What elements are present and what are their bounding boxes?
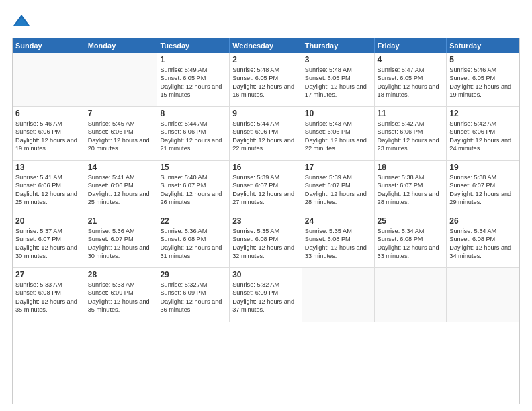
- header: [12, 12, 520, 31]
- day-number: 13: [15, 163, 82, 172]
- day-info: Sunrise: 5:42 AM Sunset: 6:06 PM Dayligh…: [378, 120, 444, 153]
- day-number: 8: [160, 109, 226, 118]
- day-number: 25: [378, 216, 444, 226]
- calendar-cell: 29Sunrise: 5:32 AM Sunset: 6:09 PM Dayli…: [157, 268, 230, 322]
- day-number: 15: [160, 163, 226, 172]
- calendar-cell: 13Sunrise: 5:41 AM Sunset: 6:06 PM Dayli…: [13, 161, 85, 214]
- day-number: 22: [160, 216, 226, 226]
- day-info: Sunrise: 5:38 AM Sunset: 6:07 PM Dayligh…: [378, 173, 444, 207]
- day-number: 1: [160, 55, 226, 64]
- day-info: Sunrise: 5:46 AM Sunset: 6:06 PM Dayligh…: [15, 120, 82, 153]
- day-number: 4: [378, 55, 444, 64]
- weekday-header: Friday: [375, 38, 447, 53]
- calendar-cell: 21Sunrise: 5:36 AM Sunset: 6:07 PM Dayli…: [85, 214, 158, 267]
- day-info: Sunrise: 5:32 AM Sunset: 6:09 PM Dayligh…: [232, 281, 299, 314]
- day-info: Sunrise: 5:34 AM Sunset: 6:08 PM Dayligh…: [378, 227, 444, 261]
- day-number: 6: [15, 109, 82, 118]
- day-number: 3: [305, 55, 371, 64]
- calendar-cell: 28Sunrise: 5:33 AM Sunset: 6:09 PM Dayli…: [85, 268, 158, 322]
- calendar-row: 6Sunrise: 5:46 AM Sunset: 6:06 PM Daylig…: [13, 107, 519, 161]
- calendar-cell: 24Sunrise: 5:35 AM Sunset: 6:08 PM Dayli…: [302, 214, 375, 267]
- day-info: Sunrise: 5:47 AM Sunset: 6:05 PM Dayligh…: [378, 66, 444, 99]
- day-info: Sunrise: 5:38 AM Sunset: 6:07 PM Dayligh…: [449, 173, 517, 207]
- day-number: 5: [449, 55, 517, 64]
- calendar-row: 27Sunrise: 5:33 AM Sunset: 6:08 PM Dayli…: [13, 268, 519, 322]
- weekday-header: Tuesday: [157, 38, 230, 53]
- calendar-cell: 12Sunrise: 5:42 AM Sunset: 6:06 PM Dayli…: [447, 107, 519, 160]
- calendar-cell: 23Sunrise: 5:35 AM Sunset: 6:08 PM Dayli…: [230, 214, 302, 267]
- calendar-cell: 11Sunrise: 5:42 AM Sunset: 6:06 PM Dayli…: [375, 107, 447, 160]
- page: SundayMondayTuesdayWednesdayThursdayFrid…: [0, 0, 532, 411]
- day-info: Sunrise: 5:40 AM Sunset: 6:07 PM Dayligh…: [160, 173, 226, 207]
- day-info: Sunrise: 5:44 AM Sunset: 6:06 PM Dayligh…: [232, 120, 299, 153]
- day-info: Sunrise: 5:33 AM Sunset: 6:09 PM Dayligh…: [88, 281, 154, 314]
- day-number: 20: [15, 216, 82, 226]
- day-info: Sunrise: 5:49 AM Sunset: 6:05 PM Dayligh…: [160, 66, 226, 99]
- day-info: Sunrise: 5:45 AM Sunset: 6:06 PM Dayligh…: [88, 120, 154, 153]
- calendar-cell: 1Sunrise: 5:49 AM Sunset: 6:05 PM Daylig…: [157, 53, 230, 106]
- day-number: 24: [305, 216, 371, 226]
- calendar-cell: [375, 268, 447, 322]
- weekday-header: Sunday: [13, 38, 85, 53]
- calendar-cell: 8Sunrise: 5:44 AM Sunset: 6:06 PM Daylig…: [157, 107, 230, 160]
- calendar-cell: 26Sunrise: 5:34 AM Sunset: 6:08 PM Dayli…: [447, 214, 519, 267]
- calendar-cell: 19Sunrise: 5:38 AM Sunset: 6:07 PM Dayli…: [447, 161, 519, 214]
- logo: [12, 12, 32, 31]
- calendar-cell: 6Sunrise: 5:46 AM Sunset: 6:06 PM Daylig…: [13, 107, 85, 160]
- calendar-row: 1Sunrise: 5:49 AM Sunset: 6:05 PM Daylig…: [13, 53, 519, 107]
- day-info: Sunrise: 5:32 AM Sunset: 6:09 PM Dayligh…: [160, 281, 226, 314]
- calendar-cell: 16Sunrise: 5:39 AM Sunset: 6:07 PM Dayli…: [230, 161, 302, 214]
- day-info: Sunrise: 5:35 AM Sunset: 6:08 PM Dayligh…: [305, 227, 371, 261]
- day-info: Sunrise: 5:48 AM Sunset: 6:05 PM Dayligh…: [232, 66, 299, 99]
- day-number: 9: [232, 109, 299, 118]
- calendar-cell: [302, 268, 375, 322]
- day-number: 10: [305, 109, 371, 118]
- day-number: 26: [449, 216, 517, 226]
- calendar-cell: 17Sunrise: 5:39 AM Sunset: 6:07 PM Dayli…: [302, 161, 375, 214]
- day-number: 29: [160, 270, 226, 279]
- day-number: 30: [232, 270, 299, 279]
- calendar-cell: 7Sunrise: 5:45 AM Sunset: 6:06 PM Daylig…: [85, 107, 158, 160]
- day-number: 28: [88, 270, 154, 279]
- calendar-cell: 14Sunrise: 5:41 AM Sunset: 6:06 PM Dayli…: [85, 161, 158, 214]
- calendar-row: 20Sunrise: 5:37 AM Sunset: 6:07 PM Dayli…: [13, 214, 519, 268]
- calendar-cell: [13, 53, 85, 106]
- calendar-cell: 22Sunrise: 5:36 AM Sunset: 6:08 PM Dayli…: [157, 214, 230, 267]
- day-info: Sunrise: 5:39 AM Sunset: 6:07 PM Dayligh…: [305, 173, 371, 207]
- weekday-header: Monday: [85, 38, 158, 53]
- day-info: Sunrise: 5:41 AM Sunset: 6:06 PM Dayligh…: [88, 173, 154, 207]
- weekday-header: Thursday: [302, 38, 375, 53]
- calendar-cell: 2Sunrise: 5:48 AM Sunset: 6:05 PM Daylig…: [230, 53, 302, 106]
- day-number: 11: [378, 109, 444, 118]
- day-info: Sunrise: 5:43 AM Sunset: 6:06 PM Dayligh…: [305, 120, 371, 153]
- calendar-cell: 10Sunrise: 5:43 AM Sunset: 6:06 PM Dayli…: [302, 107, 375, 160]
- calendar-cell: 20Sunrise: 5:37 AM Sunset: 6:07 PM Dayli…: [13, 214, 85, 267]
- weekday-header: Saturday: [447, 38, 519, 53]
- calendar-cell: 3Sunrise: 5:48 AM Sunset: 6:05 PM Daylig…: [302, 53, 375, 106]
- calendar-cell: 15Sunrise: 5:40 AM Sunset: 6:07 PM Dayli…: [157, 161, 230, 214]
- day-info: Sunrise: 5:37 AM Sunset: 6:07 PM Dayligh…: [15, 227, 82, 261]
- day-number: 23: [232, 216, 299, 226]
- weekday-header: Wednesday: [230, 38, 302, 53]
- calendar-cell: 30Sunrise: 5:32 AM Sunset: 6:09 PM Dayli…: [230, 268, 302, 322]
- day-info: Sunrise: 5:36 AM Sunset: 6:08 PM Dayligh…: [160, 227, 226, 261]
- calendar-cell: 18Sunrise: 5:38 AM Sunset: 6:07 PM Dayli…: [375, 161, 447, 214]
- day-info: Sunrise: 5:46 AM Sunset: 6:05 PM Dayligh…: [449, 66, 517, 99]
- day-number: 14: [88, 163, 154, 172]
- calendar-cell: 5Sunrise: 5:46 AM Sunset: 6:05 PM Daylig…: [447, 53, 519, 106]
- calendar-cell: [447, 268, 519, 322]
- day-info: Sunrise: 5:42 AM Sunset: 6:06 PM Dayligh…: [449, 120, 517, 153]
- day-info: Sunrise: 5:44 AM Sunset: 6:06 PM Dayligh…: [160, 120, 226, 153]
- calendar-body: 1Sunrise: 5:49 AM Sunset: 6:05 PM Daylig…: [13, 53, 519, 322]
- calendar-cell: 4Sunrise: 5:47 AM Sunset: 6:05 PM Daylig…: [375, 53, 447, 106]
- calendar-cell: [85, 53, 158, 106]
- calendar-header: SundayMondayTuesdayWednesdayThursdayFrid…: [13, 38, 519, 53]
- day-number: 27: [15, 270, 82, 279]
- logo-icon: [12, 12, 31, 31]
- day-info: Sunrise: 5:48 AM Sunset: 6:05 PM Dayligh…: [305, 66, 371, 99]
- calendar-cell: 25Sunrise: 5:34 AM Sunset: 6:08 PM Dayli…: [375, 214, 447, 267]
- day-info: Sunrise: 5:41 AM Sunset: 6:06 PM Dayligh…: [15, 173, 82, 207]
- day-info: Sunrise: 5:35 AM Sunset: 6:08 PM Dayligh…: [232, 227, 299, 261]
- day-number: 16: [232, 163, 299, 172]
- day-number: 18: [378, 163, 444, 172]
